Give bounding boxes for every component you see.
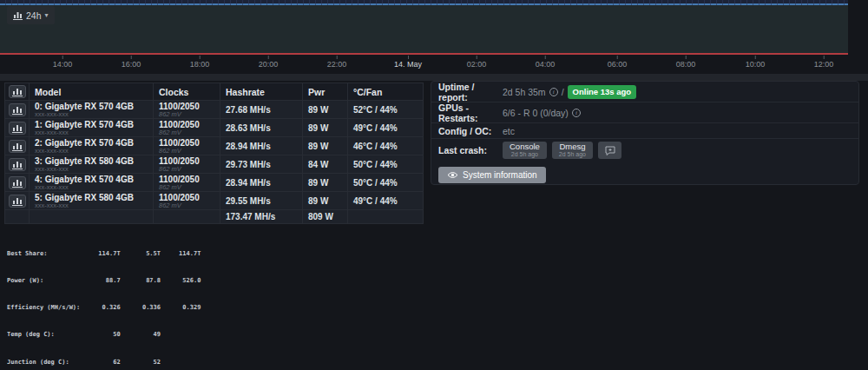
gpu-model[interactable]: 5: Gigabyte RX 580 4GB	[35, 193, 148, 202]
gpu-chart-button[interactable]	[9, 158, 26, 171]
x-tick: 04:00	[536, 60, 556, 69]
chart-hashrate-line	[0, 3, 848, 5]
miner-console-log[interactable]: Best Share: 114.7T 5.5T 114.7T Power (W)…	[7, 231, 863, 370]
console-button[interactable]: Console 2d 5h ago	[503, 142, 547, 159]
gpu-temp-fan: 49°C / 44%	[348, 119, 424, 137]
gpu-chart-button[interactable]	[9, 195, 26, 208]
console-line: Power (W): 88.7 87.8 526.0	[7, 276, 863, 285]
time-range-label: 24h	[26, 10, 42, 21]
gpu-model[interactable]: 4: Gigabyte RX 570 4GB	[35, 175, 148, 184]
total-hashrate: 173.47 MH/s	[220, 210, 303, 224]
x-tick: 20:00	[259, 60, 279, 69]
gpu-hashrate: 28.94 MH/s	[220, 137, 303, 155]
gpu-power: 89 W	[303, 174, 348, 192]
gpu-temp-fan: 52°C / 44%	[348, 101, 424, 119]
gpu-model[interactable]: 1: Gigabyte RX 570 4GB	[35, 120, 148, 129]
gpu-serial: xxx-xxx-xxx	[35, 166, 148, 173]
gpu-hashrate: 28.94 MH/s	[220, 174, 303, 192]
gpu-voltage: 862 mV	[159, 166, 214, 173]
col-header-model: Model	[30, 83, 154, 101]
gpus-restarts-value: 6/6 - R 0 (0/day)	[503, 108, 569, 118]
gpu-model[interactable]: 0: Gigabyte RX 570 4GB	[35, 102, 148, 111]
uptime-separator: /	[562, 87, 564, 97]
gpu-clocks: 1100/2050	[159, 175, 214, 184]
x-tick: 12:00	[814, 60, 834, 69]
gpu-clocks: 1100/2050	[159, 120, 214, 129]
info-icon[interactable]: i	[572, 109, 581, 117]
gpu-hashrate: 27.68 MH/s	[220, 101, 303, 119]
rig-status-panel: Uptime / report: 2d 5h 35m i / Online 13…	[431, 81, 859, 185]
uptime-value: 2d 5h 35m	[503, 87, 546, 97]
col-header-hashrate: Hashrate	[220, 83, 303, 101]
gpu-row: 2: Gigabyte RX 570 4GBxxx-xxx-xxx 1100/2…	[5, 137, 424, 155]
dmesg-button[interactable]: Dmesg 2d 5h ago	[552, 142, 593, 159]
gpu-model[interactable]: 3: Gigabyte RX 580 4GB	[35, 156, 148, 166]
total-power: 809 W	[303, 210, 348, 224]
gpu-clocks: 1100/2050	[159, 156, 214, 166]
x-tick: 10:00	[746, 60, 766, 69]
system-information-label: System information	[463, 170, 537, 180]
gpu-chart-button[interactable]	[9, 103, 26, 116]
info-icon[interactable]: i	[549, 88, 558, 96]
x-tick: 06:00	[608, 60, 628, 69]
gpu-power: 89 W	[303, 101, 348, 119]
gpu-hashrate: 29.55 MH/s	[220, 192, 303, 210]
gpu-temp-fan: 50°C / 44%	[348, 174, 424, 192]
comment-button[interactable]	[598, 142, 621, 159]
eye-icon	[447, 171, 458, 179]
config-oc-label: Config / OC:	[438, 126, 503, 136]
gpu-temp-fan: 49°C / 44%	[348, 192, 424, 210]
gpu-voltage: 862 mV	[159, 148, 214, 155]
gpu-hashrate: 29.73 MH/s	[220, 155, 303, 174]
console-line: Junction (deg C): 62 52	[7, 358, 863, 367]
all-gpus-chart-button[interactable]	[9, 85, 26, 98]
gpu-voltage: 862 mV	[159, 111, 214, 118]
console-line: Best Share: 114.7T 5.5T 114.7T	[7, 249, 863, 258]
dmesg-button-label: Dmesg	[559, 142, 586, 151]
gpu-power: 84 W	[303, 155, 348, 174]
gpu-hashrate: 28.63 MH/s	[220, 119, 303, 137]
gpu-serial: xxx-xxx-xxx	[35, 148, 148, 155]
col-header-pwr: Pwr	[303, 83, 348, 101]
chart-x-axis: 14:00 16:00 18:00 20:00 22:00 14. May 02…	[0, 55, 848, 74]
chevron-down-icon: ▾	[45, 11, 49, 19]
chart-icon	[13, 11, 23, 20]
gpu-chart-button[interactable]	[9, 176, 26, 189]
gpu-power: 89 W	[303, 119, 348, 137]
last-crash-label: Last crash:	[438, 145, 503, 155]
gpu-voltage: 862 mV	[159, 184, 214, 191]
gpu-serial: xxx-xxx-xxx	[35, 184, 148, 191]
last-crash-row: Last crash: Console 2d 5h ago Dmesg 2d 5…	[431, 139, 858, 162]
console-line: Efficiency (MH/s/W): 0.326 0.336 0.329	[7, 303, 863, 312]
online-status-badge: Online 13s ago	[568, 85, 637, 99]
system-information-button[interactable]: System information	[438, 167, 546, 183]
gpu-chart-button[interactable]	[9, 140, 26, 153]
gpu-table: Model Clocks Hashrate Pwr °C/Fan 0: Giga…	[4, 83, 424, 224]
gpu-row: 3: Gigabyte RX 580 4GBxxx-xxx-xxx 1100/2…	[5, 155, 424, 174]
gpu-clocks: 1100/2050	[159, 138, 214, 148]
config-oc-row: Config / OC: etc	[431, 123, 858, 139]
speech-bubble-icon	[605, 146, 615, 155]
x-tick: 22:00	[327, 60, 347, 69]
chart-plot-area[interactable]: 24h ▾	[0, 0, 848, 55]
x-tick: 18:00	[190, 60, 210, 69]
uptime-label: Uptime / report:	[438, 82, 503, 102]
gpus-restarts-label: GPUs - Restarts:	[438, 102, 503, 123]
gpu-temp-fan: 50°C / 44%	[348, 155, 424, 174]
gpus-restarts-row: GPUs - Restarts: 6/6 - R 0 (0/day) i	[431, 102, 858, 123]
config-oc-value: etc	[503, 126, 515, 136]
uptime-row: Uptime / report: 2d 5h 35m i / Online 13…	[431, 82, 858, 102]
gpu-row: 0: Gigabyte RX 570 4GBxxx-xxx-xxx 1100/2…	[5, 101, 424, 119]
gpu-clocks: 1100/2050	[159, 193, 214, 202]
gpu-serial: xxx-xxx-xxx	[35, 111, 148, 118]
console-button-label: Console	[510, 142, 540, 151]
gpu-table-header: Model Clocks Hashrate Pwr °C/Fan	[5, 83, 424, 101]
x-tick: 02:00	[467, 60, 487, 69]
gpu-clocks: 1100/2050	[159, 102, 214, 111]
section-divider	[0, 74, 868, 81]
gpu-chart-button[interactable]	[9, 122, 26, 135]
gpu-model[interactable]: 2: Gigabyte RX 570 4GB	[35, 138, 148, 148]
x-tick: 14:00	[53, 60, 73, 69]
time-range-selector[interactable]: 24h ▾	[7, 6, 55, 24]
console-button-subtext: 2d 5h ago	[510, 151, 540, 158]
